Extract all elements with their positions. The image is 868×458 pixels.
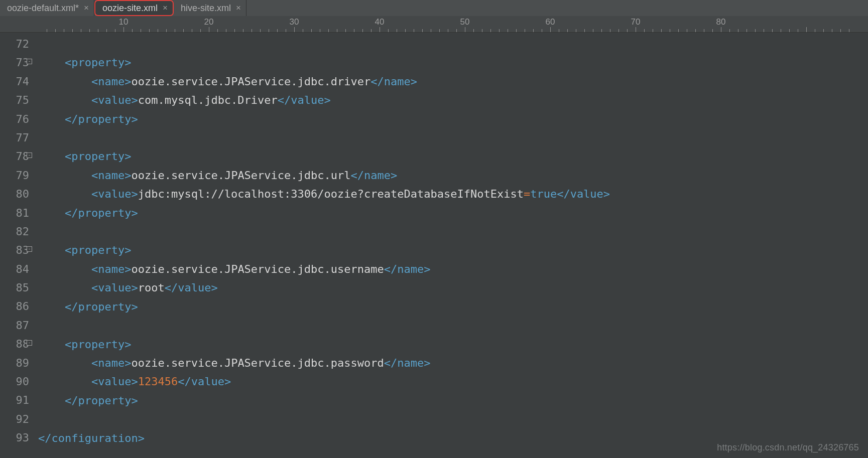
line-number: 79: [0, 166, 31, 185]
watermark-text: https://blog.csdn.net/qq_24326765: [717, 442, 859, 453]
tab-label: hive-site.xml: [181, 3, 231, 14]
tab-oozie-site-xml[interactable]: oozie-site.xml×: [94, 0, 174, 16]
tab-oozie-default-xml-[interactable]: oozie-default.xml*×: [0, 0, 94, 16]
code-line[interactable]: <property>: [38, 335, 610, 354]
line-number: 78-: [0, 147, 31, 166]
close-icon[interactable]: ×: [84, 3, 89, 13]
ruler-mark-80: 80: [716, 17, 726, 27]
close-icon[interactable]: ×: [236, 3, 241, 13]
code-line[interactable]: [38, 316, 610, 335]
code-line[interactable]: [38, 410, 610, 428]
code-line[interactable]: [38, 222, 610, 241]
tab-label: oozie-default.xml*: [7, 3, 79, 14]
code-content[interactable]: <property> <name>oozie.service.JPAServic…: [31, 33, 610, 458]
column-ruler: 1020304050607080: [0, 16, 868, 33]
code-line[interactable]: [38, 35, 610, 53]
line-number: 74: [0, 72, 31, 91]
line-number: 88-: [0, 335, 31, 353]
code-line[interactable]: <property>: [38, 147, 610, 166]
line-number: 87: [0, 316, 31, 335]
line-number: 77: [0, 128, 31, 147]
code-line[interactable]: <name>oozie.service.JPAService.jdbc.url<…: [38, 166, 610, 185]
line-number: 82: [0, 222, 31, 241]
ruler-mark-20: 20: [204, 17, 214, 27]
fold-icon[interactable]: -: [27, 246, 32, 252]
line-number: 80: [0, 185, 31, 203]
line-number: 84: [0, 260, 31, 278]
code-line[interactable]: </property>: [38, 297, 610, 316]
ruler-mark-40: 40: [375, 17, 385, 27]
line-number: 91: [0, 391, 31, 409]
tab-label: oozie-site.xml: [102, 3, 158, 14]
fold-icon[interactable]: -: [27, 152, 32, 158]
code-line[interactable]: <name>oozie.service.JPAService.jdbc.driv…: [38, 72, 610, 91]
fold-icon[interactable]: -: [27, 59, 32, 64]
line-number: 90: [0, 372, 31, 391]
code-line[interactable]: <value>root</value>: [38, 278, 610, 297]
code-line[interactable]: <name>oozie.service.JPAService.jdbc.pass…: [38, 354, 610, 372]
code-line[interactable]: <value>jdbc:mysql://localhost:3306/oozie…: [38, 185, 610, 203]
ruler-mark-50: 50: [460, 17, 470, 27]
ruler-mark-60: 60: [546, 17, 555, 27]
line-number: 83-: [0, 241, 31, 259]
line-number: 89: [0, 354, 31, 372]
line-number: 92: [0, 410, 31, 428]
close-icon[interactable]: ×: [163, 3, 168, 13]
code-line[interactable]: </property>: [38, 110, 610, 128]
line-number: 73-: [0, 53, 31, 72]
fold-icon[interactable]: -: [27, 340, 32, 346]
code-line[interactable]: [38, 128, 610, 147]
line-number: 75: [0, 91, 31, 109]
editor-area: 7273-7475767778-7980818283-8485868788-89…: [0, 33, 868, 458]
code-line[interactable]: <property>: [38, 241, 610, 259]
tab-hive-site-xml[interactable]: hive-site.xml×: [174, 0, 246, 16]
code-line[interactable]: </configuration>: [38, 429, 610, 447]
code-line[interactable]: <name>oozie.service.JPAService.jdbc.user…: [38, 260, 610, 278]
code-line[interactable]: </property>: [38, 391, 610, 410]
code-line[interactable]: <value>123456</value>: [38, 372, 610, 391]
line-number: 76: [0, 110, 31, 128]
ruler-mark-10: 10: [119, 17, 129, 27]
tab-bar: oozie-default.xml*×oozie-site.xml×hive-s…: [0, 0, 868, 16]
ruler-mark-70: 70: [631, 17, 641, 27]
code-line[interactable]: <property>: [38, 53, 610, 72]
line-number: 81: [0, 204, 31, 222]
line-number: 85: [0, 278, 31, 297]
line-number-gutter: 7273-7475767778-7980818283-8485868788-89…: [0, 33, 31, 458]
code-line[interactable]: <value>com.mysql.jdbc.Driver</value>: [38, 91, 610, 109]
line-number: 93: [0, 428, 31, 447]
code-line[interactable]: </property>: [38, 204, 610, 222]
line-number: 86: [0, 297, 31, 316]
line-number: 72: [0, 35, 31, 53]
ruler-mark-30: 30: [290, 17, 299, 27]
